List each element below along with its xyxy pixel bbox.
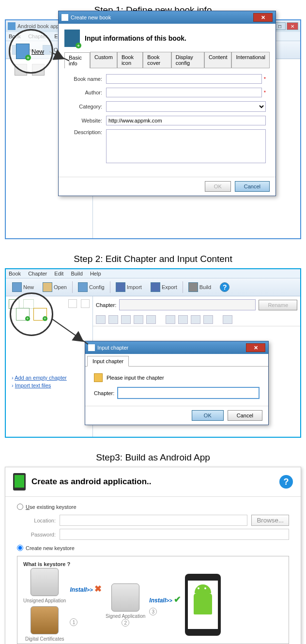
tab-international[interactable]: International [231,52,270,68]
chapter-field-label: Chapter: [94,390,114,396]
create-book-dialog: Create new book ✕ Input informations of … [58,11,276,196]
toolbar-help[interactable]: ? [216,280,233,294]
dialog-icon [61,14,68,21]
chapter-input[interactable] [117,387,260,399]
export-icon [151,282,160,292]
step-num-3: 3 [149,608,157,615]
what-is-keystore-label: What is keystore ? [23,561,283,567]
tab-content[interactable]: Content [204,52,232,68]
help-icon: ? [220,282,230,292]
fail-x-icon: ✖ [94,584,102,594]
unsigned-app-item: Unsigned Appliation [23,568,66,603]
unsigned-app-icon [31,568,59,596]
required-star: * [264,76,266,82]
dialog-close-button[interactable]: ✕ [253,13,273,22]
digital-cert-item: Digital Certificates [23,606,66,642]
toolbar-import[interactable]: Import [112,280,145,294]
browse-button[interactable]: Browse... [251,515,289,526]
password-input[interactable] [60,529,289,540]
tab-book-cover[interactable]: Book cover [143,52,171,68]
step3-title: Step3: Build as Android App [0,452,306,463]
menu-build[interactable]: Build [71,271,82,276]
menu-chapter[interactable]: Chapter [28,271,47,276]
dialog-close-button[interactable]: ✕ [246,343,265,352]
add-empty-chapter-link[interactable]: Add an empty chapter [15,375,67,381]
author-label: Author: [68,90,102,95]
chapter-label: Chapter: [96,302,116,308]
cancel-button[interactable]: Cancel [235,181,270,192]
step2-title: Step 2: Edit Chapter and Input Content [0,254,306,264]
side-icon[interactable] [68,299,77,308]
config-icon [78,282,88,292]
password-label: Password: [27,532,56,537]
editor-tool-icon[interactable] [166,315,175,324]
dialog-title-text: Create new book [71,15,111,20]
help-icon[interactable]: ? [279,475,293,489]
description-textarea[interactable] [106,129,266,163]
new-label[interactable]: New [31,48,44,55]
editor-tool-icon[interactable] [191,315,200,324]
website-input[interactable] [106,116,266,125]
editor-tool-icon[interactable] [178,315,188,324]
menu-help[interactable]: Help [90,271,101,276]
signed-app-item: Signed Application2 [106,583,145,627]
step-num-2: 2 [122,619,129,627]
editor-tool-icon[interactable] [108,315,118,324]
close-button[interactable]: ✕ [287,22,298,30]
book-plus-icon [16,44,30,59]
rename-button[interactable]: Rename [259,300,297,310]
author-input[interactable] [106,88,262,97]
wizard-heading: Create as android application.. [31,477,279,487]
cancel-button[interactable]: Cancel [228,410,262,421]
tab-custom[interactable]: Custom [90,52,117,68]
dialog-heading: Input informations of this book. [85,34,186,42]
menu-book[interactable]: Book [9,271,21,276]
ok-button[interactable]: OK [205,181,231,192]
dialog-titlebar: Create new book ✕ [59,11,275,24]
step-num-1: 1 [70,618,77,626]
menu-edit[interactable]: Edit [54,271,63,276]
editor-tool-icon[interactable] [134,315,143,324]
toolbar-new[interactable]: New [9,280,37,294]
toolbar-open[interactable]: Open [39,280,70,294]
create-new-radio[interactable] [17,545,23,551]
use-existing-label: UUse existing keystorese existing keysto… [26,504,76,510]
create-new-label: Create new keystore [26,545,75,551]
menubar: Book Chapter Edit Build Help [6,269,300,278]
toolbar-build[interactable]: Build [185,280,214,294]
tab-display-config[interactable]: Display config [171,52,204,68]
toolbar-config[interactable]: Config [75,280,108,294]
editor-tool-icon[interactable] [96,315,106,324]
location-input[interactable] [60,515,247,526]
use-existing-radio[interactable] [17,504,23,510]
required-star: * [264,90,266,95]
build-wizard: Create as android application.. ? UUse e… [5,467,301,644]
signed-app-icon [111,583,139,612]
book-name-input[interactable] [106,74,262,84]
dialog-icon [88,344,95,351]
phone-device-icon [185,574,221,636]
toolbar-export[interactable]: Export [147,280,181,294]
build-icon [188,282,198,292]
tab-input-chapter[interactable]: Input chapter [87,356,129,367]
editor-tool-icon[interactable] [223,315,232,324]
editor-tool-icon[interactable] [203,315,213,324]
keystore-folder-icon [31,606,59,634]
new-icon [12,282,22,292]
pen-icon [94,373,103,382]
side-icon[interactable] [81,299,90,308]
website-label: Website: [68,118,102,123]
chapter-name-input[interactable] [119,299,256,310]
editor-tool-icon[interactable] [121,315,131,324]
editor-toolbar [93,313,300,326]
tab-book-icon[interactable]: Book icon [117,52,143,68]
import-text-files-link[interactable]: Import text files [15,383,51,388]
editor-tool-icon[interactable] [146,315,156,324]
dialog-titlebar: Input chapter ✕ [85,341,268,354]
toolbar: New Open Config Import Export Build ? [6,278,300,296]
dialog-tabs: Basic info Custom Book icon Book cover D… [64,52,270,68]
category-select[interactable] [106,101,266,112]
android-robot-icon [194,593,212,614]
dialog-title-text: Input chapter [97,345,128,351]
ok-button[interactable]: OK [192,410,224,421]
